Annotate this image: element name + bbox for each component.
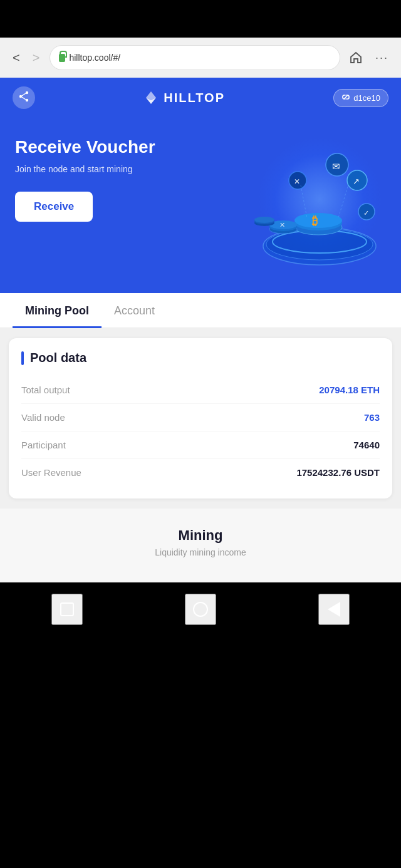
hero-banner: Receive Voucher Join the node and start … (0, 118, 401, 293)
svg-text:↗: ↗ (353, 177, 360, 186)
link-icon (341, 93, 350, 103)
svg-text:✓: ✓ (363, 209, 369, 217)
svg-point-20 (254, 217, 274, 223)
svg-point-0 (26, 91, 28, 94)
url-text: hilltop.cool/#/ (69, 53, 120, 63)
table-row: Valid node 763 (21, 404, 380, 431)
browser-nav: < > (9, 48, 43, 68)
logo-text: HILLTOP (164, 91, 225, 105)
status-bar (0, 0, 401, 38)
blue-indicator (21, 351, 24, 365)
table-row: Total output 20794.18 ETH (21, 376, 380, 404)
more-button[interactable]: ··· (372, 49, 392, 67)
mining-subtitle: Liquidity mining income (13, 547, 388, 557)
svg-line-29 (338, 187, 348, 218)
forward-button[interactable]: > (29, 48, 44, 68)
mining-section: Mining Liquidity mining income (0, 509, 401, 582)
browser-toolbar: < > hilltop.cool/#/ ··· (0, 38, 401, 78)
svg-text:✕: ✕ (279, 221, 285, 229)
back-button[interactable]: < (9, 48, 24, 68)
svg-point-2 (26, 99, 28, 101)
svg-point-12 (294, 213, 342, 228)
data-label-user-revenue: User Revenue (21, 467, 81, 478)
table-row: User Revenue 17524232.76 USDT (21, 459, 380, 486)
app-content: HILLTOP d1ce10 Receive Voucher Join the … (0, 78, 401, 582)
hero-text-area: Receive Voucher Join the node and start … (15, 137, 219, 222)
address-bar[interactable]: hilltop.cool/#/ (49, 45, 340, 70)
pool-card-title: Pool data (30, 351, 86, 365)
pool-data-card: Pool data Total output 20794.18 ETH Vali… (9, 338, 392, 499)
data-label-participant: Participant (21, 440, 66, 450)
back-nav-button[interactable] (318, 594, 350, 625)
svg-text:₿: ₿ (312, 215, 318, 227)
mining-title: Mining (13, 527, 388, 544)
hero-title: Receive Voucher (15, 137, 219, 158)
data-label-total-output: Total output (21, 385, 70, 395)
wallet-badge[interactable]: d1ce10 (333, 89, 388, 107)
circle-icon (193, 602, 208, 617)
share-button[interactable] (13, 86, 35, 109)
tab-account[interactable]: Account (102, 293, 167, 328)
android-nav-bar (0, 582, 401, 683)
svg-text:✕: ✕ (294, 177, 300, 186)
triangle-icon (328, 602, 340, 617)
svg-text:✉: ✉ (332, 161, 340, 172)
square-icon (60, 602, 74, 616)
tab-mining-pool[interactable]: Mining Pool (13, 293, 102, 328)
home-icon (349, 51, 363, 65)
hero-subtitle: Join the node and start mining (15, 164, 219, 174)
recent-apps-button[interactable] (51, 594, 83, 625)
svg-line-30 (301, 185, 307, 218)
data-value-valid-node: 763 (364, 412, 380, 423)
table-row: Participant 74640 (21, 431, 380, 459)
svg-line-3 (22, 93, 26, 96)
logo-area: HILLTOP (143, 90, 225, 105)
wallet-id: d1ce10 (353, 93, 380, 103)
svg-point-1 (19, 95, 22, 98)
data-label-valid-node: Valid node (21, 412, 65, 423)
pool-card-header: Pool data (21, 351, 380, 365)
ethereum-logo (143, 90, 159, 105)
tab-bar: Mining Pool Account (0, 293, 401, 328)
data-value-user-revenue: 17524232.76 USDT (296, 467, 380, 478)
svg-line-4 (22, 97, 26, 100)
ssl-lock-icon (59, 54, 65, 62)
crypto-illustration: ₿ ✕ ↗ ✉ ✕ ✓ (238, 130, 388, 281)
data-value-participant: 74640 (353, 440, 380, 450)
home-nav-button[interactable] (185, 594, 216, 625)
app-header: HILLTOP d1ce10 (0, 78, 401, 118)
data-value-total-output: 20794.18 ETH (319, 385, 380, 395)
receive-button[interactable]: Receive (15, 192, 93, 222)
share-icon (18, 91, 29, 105)
home-button[interactable] (346, 48, 365, 67)
